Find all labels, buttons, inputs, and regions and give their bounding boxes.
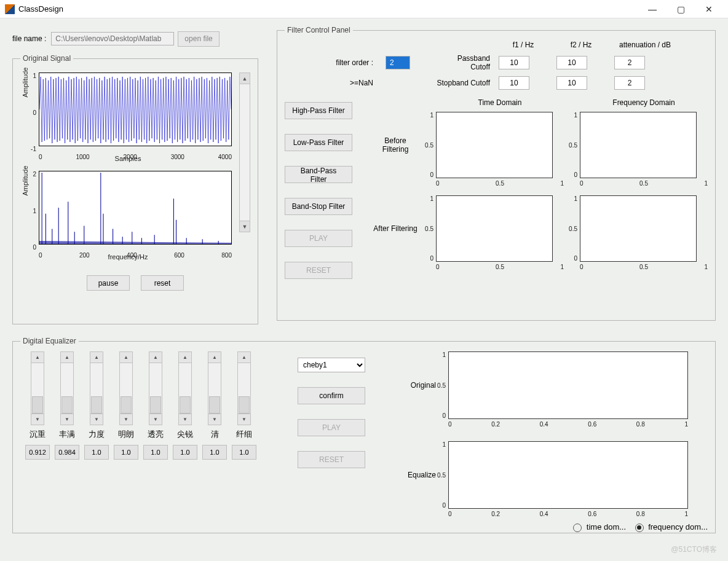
pause-button[interactable]: pause bbox=[87, 275, 130, 291]
col-f1: f1 / Hz bbox=[499, 41, 548, 49]
before-label: Before Filtering bbox=[371, 136, 420, 154]
arrow-down-icon[interactable]: ▼ bbox=[238, 414, 250, 425]
passband-f2[interactable] bbox=[556, 56, 587, 69]
eq-label-0: 沉重 bbox=[30, 429, 46, 440]
eq-band-3: ▲▼明朗1.0 bbox=[113, 351, 140, 532]
arrow-down-icon[interactable]: ▼ bbox=[179, 414, 191, 425]
filter-play-button[interactable]: PLAY bbox=[285, 230, 352, 247]
arrow-up-icon[interactable]: ▲ bbox=[90, 352, 103, 363]
arrow-up-icon[interactable]: ▲ bbox=[208, 352, 221, 363]
eq-label-3: 明朗 bbox=[118, 429, 134, 440]
arrow-down-icon[interactable]: ▼ bbox=[208, 414, 221, 425]
eq-slider-4[interactable]: ▲▼ bbox=[149, 351, 162, 425]
eq-band-7: ▲▼纤细1.0 bbox=[231, 351, 258, 532]
scroll-down-icon[interactable]: ▼ bbox=[240, 221, 250, 232]
eq-reset-button[interactable]: RESET bbox=[298, 451, 365, 468]
high-pass-button[interactable]: High-Pass Filter bbox=[285, 102, 352, 119]
stopband-att[interactable] bbox=[614, 76, 645, 90]
eq-band-1: ▲▼丰满0.984 bbox=[53, 351, 81, 532]
arrow-down-icon[interactable]: ▼ bbox=[31, 414, 44, 425]
file-path-input[interactable] bbox=[51, 32, 174, 45]
time-domain-heading: Time Domain bbox=[436, 98, 564, 107]
filter-reset-button[interactable]: RESET bbox=[285, 262, 352, 279]
filter-order-input[interactable] bbox=[386, 56, 410, 69]
plot-eq-original bbox=[448, 351, 688, 419]
plot-after-time bbox=[436, 195, 553, 262]
band-pass-button[interactable]: Band-Pass Filter bbox=[285, 166, 352, 183]
spectrum-icon bbox=[39, 171, 231, 244]
eq-value-1: 0.984 bbox=[55, 445, 79, 460]
app-icon bbox=[5, 4, 15, 14]
arrow-up-icon[interactable]: ▲ bbox=[238, 352, 250, 363]
eq-slider-6[interactable]: ▲▼ bbox=[208, 351, 221, 425]
eq-value-0: 0.912 bbox=[25, 445, 50, 460]
eq-slider-5[interactable]: ▲▼ bbox=[178, 351, 192, 425]
plot1-yticks: 1 0 -1 bbox=[24, 73, 36, 152]
stopband-f2[interactable] bbox=[556, 76, 587, 90]
reset-button[interactable]: reset bbox=[141, 275, 184, 291]
close-button[interactable]: ✕ bbox=[695, 0, 723, 18]
eq-play-button[interactable]: PLAY bbox=[298, 419, 365, 436]
col-att: attenuation / dB bbox=[614, 41, 676, 49]
stopband-f1[interactable] bbox=[499, 76, 529, 90]
radio-frequency-domain[interactable] bbox=[635, 524, 644, 532]
freq-domain-heading: Frequency Domain bbox=[580, 98, 708, 107]
digital-equalizer-panel: Digital Equalizer ▲▼沉重0.912▲▼丰满0.984▲▼力度… bbox=[12, 337, 716, 533]
arrow-down-icon[interactable]: ▼ bbox=[120, 414, 132, 425]
arrow-down-icon[interactable]: ▼ bbox=[61, 414, 73, 425]
waveform-icon bbox=[39, 73, 231, 146]
radio-time-label: time dom... bbox=[587, 522, 626, 532]
eq-value-6: 1.0 bbox=[202, 445, 227, 460]
arrow-down-icon[interactable]: ▼ bbox=[90, 414, 103, 425]
eq-equalize-label: Equalize bbox=[393, 471, 436, 479]
passband-att[interactable] bbox=[614, 56, 645, 69]
eq-band-6: ▲▼清1.0 bbox=[201, 351, 228, 532]
eq-label-5: 尖锐 bbox=[177, 429, 193, 440]
eq-value-5: 1.0 bbox=[173, 445, 197, 460]
confirm-button[interactable]: confirm bbox=[298, 387, 365, 404]
eq-original-label: Original bbox=[393, 381, 436, 390]
plot-frequency-domain bbox=[39, 171, 232, 245]
eq-label-2: 力度 bbox=[89, 429, 105, 440]
equalizer-legend: Digital Equalizer bbox=[20, 337, 79, 345]
arrow-up-icon[interactable]: ▲ bbox=[179, 352, 191, 363]
after-label: After Filtering bbox=[371, 224, 420, 233]
radio-time-domain[interactable] bbox=[573, 524, 582, 532]
arrow-up-icon[interactable]: ▲ bbox=[120, 352, 132, 363]
plot-scrollbar[interactable]: ▲ ▼ bbox=[239, 73, 250, 232]
arrow-down-icon[interactable]: ▼ bbox=[149, 414, 162, 425]
window-title: ClassDesign bbox=[18, 4, 63, 14]
eq-band-0: ▲▼沉重0.912 bbox=[24, 351, 51, 532]
original-signal-panel: Original Signal Amplitude bbox=[12, 54, 258, 324]
eq-slider-3[interactable]: ▲▼ bbox=[119, 351, 133, 425]
watermark: @51CTO博客 bbox=[671, 544, 717, 555]
plot2-yticks: 2 1 0 bbox=[24, 171, 36, 251]
passband-f1[interactable] bbox=[499, 56, 529, 69]
arrow-up-icon[interactable]: ▲ bbox=[61, 352, 73, 363]
band-stop-button[interactable]: Band-Stop Filter bbox=[285, 198, 352, 215]
eq-label-1: 丰满 bbox=[59, 429, 75, 440]
filter-order-label: filter order : bbox=[285, 58, 377, 67]
eq-value-7: 1.0 bbox=[232, 445, 256, 460]
plot1-xticks: 0 1000 2000 3000 4000 bbox=[39, 154, 232, 160]
eq-slider-2[interactable]: ▲▼ bbox=[90, 351, 103, 425]
stopband-label: Stopband Cutoff bbox=[386, 79, 490, 87]
eq-slider-1[interactable]: ▲▼ bbox=[60, 351, 74, 425]
plot-before-freq bbox=[580, 112, 697, 178]
low-pass-button[interactable]: Low-Pass Filter bbox=[285, 134, 352, 151]
eq-slider-0[interactable]: ▲▼ bbox=[31, 351, 44, 425]
arrow-up-icon[interactable]: ▲ bbox=[31, 352, 44, 363]
scroll-up-icon[interactable]: ▲ bbox=[240, 73, 250, 84]
filter-type-combo[interactable]: cheby1 bbox=[298, 358, 365, 372]
minimize-button[interactable]: — bbox=[638, 0, 667, 18]
maximize-button[interactable]: ▢ bbox=[667, 0, 695, 18]
eq-value-3: 1.0 bbox=[114, 445, 138, 460]
open-file-button[interactable]: open file bbox=[178, 31, 219, 47]
plot-after-freq bbox=[580, 195, 697, 262]
arrow-up-icon[interactable]: ▲ bbox=[149, 352, 162, 363]
eq-slider-7[interactable]: ▲▼ bbox=[237, 351, 251, 425]
eq-label-6: 清 bbox=[211, 429, 219, 440]
col-f2: f2 / Hz bbox=[556, 41, 606, 49]
eq-value-2: 1.0 bbox=[84, 445, 109, 460]
plot-eq-equalize bbox=[448, 441, 688, 509]
